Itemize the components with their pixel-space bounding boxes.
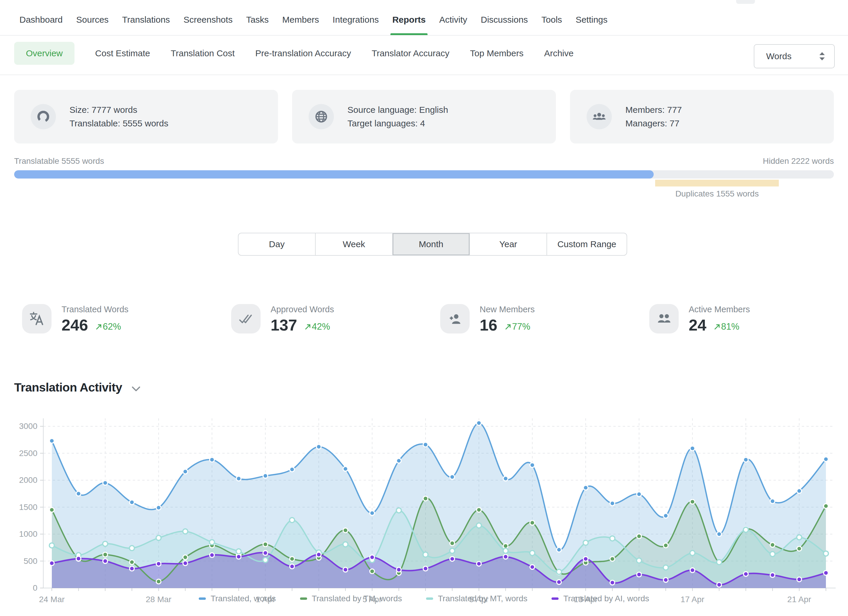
nav-item-tasks[interactable]: Tasks — [246, 12, 269, 35]
members-line: Members: 777 — [626, 103, 682, 117]
date-range-selector: DayWeekMonthYearCustom Range — [238, 233, 627, 256]
nav-item-translations[interactable]: Translations — [122, 12, 170, 35]
legend-label: Translated by MT, words — [438, 594, 527, 603]
unit-select[interactable]: Words — [754, 44, 835, 68]
translatable-progress-fill — [14, 170, 654, 178]
stat-delta: 77% — [504, 321, 530, 332]
legend-swatch — [551, 597, 559, 600]
range-option-week[interactable]: Week — [316, 233, 393, 255]
unit-select-value: Words — [766, 51, 818, 61]
legend-swatch — [300, 597, 307, 600]
range-option-month[interactable]: Month — [393, 233, 470, 255]
members-card: Members: 777 Managers: 77 — [570, 90, 834, 144]
summary-cards: Size: 7777 words Translatable: 5555 word… — [14, 90, 834, 144]
report-tab-archive[interactable]: Archive — [544, 48, 574, 58]
stat-card-new-members: New Members1677% — [440, 304, 535, 334]
legend-label: Translated by TM, words — [312, 594, 402, 603]
nav-item-reports[interactable]: Reports — [392, 12, 425, 35]
nav-item-members[interactable]: Members — [282, 12, 319, 35]
stat-value: 16 — [480, 317, 497, 333]
nav-divider — [0, 35, 848, 36]
chart-legend: Translated, wordsTranslated by TM, words… — [0, 594, 848, 603]
legend-item-translated-by-tm-words[interactable]: Translated by TM, words — [300, 594, 402, 603]
translatable-line: Translatable: 5555 words — [70, 117, 168, 130]
report-tab-overview[interactable]: Overview — [14, 42, 74, 65]
nav-item-sources[interactable]: Sources — [76, 12, 109, 35]
legend-swatch — [426, 597, 433, 600]
person-add-icon — [440, 304, 470, 334]
stat-card-approved-words: Approved Words13742% — [231, 304, 334, 334]
double-check-icon — [231, 304, 261, 334]
size-line: Size: 7777 words — [70, 103, 168, 117]
legend-label: Translated, words — [211, 594, 276, 603]
report-tab-translation-cost[interactable]: Translation Cost — [171, 48, 235, 58]
svg-text:2000: 2000 — [19, 475, 37, 485]
trend-up-icon — [504, 323, 512, 331]
nav-item-settings[interactable]: Settings — [576, 12, 608, 35]
range-option-year[interactable]: Year — [470, 233, 547, 255]
legend-item-translated-words[interactable]: Translated, words — [199, 594, 276, 603]
stat-card-translated-words: Translated Words24662% — [22, 304, 128, 334]
duplicates-bar — [655, 180, 779, 187]
trend-up-icon — [713, 323, 721, 331]
translate-icon — [22, 304, 52, 334]
section-title-row: Translation Activity — [14, 381, 141, 395]
range-option-day[interactable]: Day — [239, 233, 316, 255]
progress-ring-icon — [31, 104, 56, 129]
svg-text:1000: 1000 — [19, 529, 37, 539]
cut-off-widget — [736, 0, 755, 4]
target-languages-line: Target languages: 4 — [347, 117, 448, 130]
stat-value: 24 — [689, 317, 706, 333]
stat-label: Active Members — [689, 304, 750, 314]
legend-item-translated-by-ai-words[interactable]: Translated by AI, words — [551, 594, 649, 603]
reports-overview-page: DashboardSourcesTranslationsScreenshotsT… — [0, 0, 848, 616]
hidden-label: Hidden 2222 words — [763, 156, 834, 166]
nav-item-activity[interactable]: Activity — [439, 12, 467, 35]
tabs-divider — [0, 74, 848, 75]
svg-text:3000: 3000 — [19, 422, 37, 431]
duplicates-label: Duplicates 1555 words — [629, 189, 805, 199]
report-tab-pre-translation-accuracy[interactable]: Pre-translation Accuracy — [255, 48, 351, 58]
stat-delta: 62% — [95, 321, 121, 332]
members-icon — [587, 104, 612, 129]
managers-line: Managers: 77 — [626, 117, 682, 130]
stat-label: Approved Words — [271, 304, 334, 314]
stat-label: Translated Words — [62, 304, 128, 314]
progress-labels: Translatable 5555 words Hidden 2222 word… — [14, 156, 834, 166]
stat-card-active-members: Active Members2481% — [649, 304, 750, 334]
stat-value: 137 — [271, 317, 297, 333]
words-progress-bar — [14, 170, 834, 178]
globe-icon — [308, 104, 334, 129]
stat-label: New Members — [480, 304, 535, 314]
svg-text:0: 0 — [33, 583, 37, 592]
people-icon — [649, 304, 679, 334]
stat-value: 246 — [62, 317, 88, 333]
trend-up-icon — [95, 323, 103, 331]
report-tab-top-members[interactable]: Top Members — [470, 48, 523, 58]
report-tab-cost-estimate[interactable]: Cost Estimate — [95, 48, 150, 58]
svg-text:1500: 1500 — [19, 503, 37, 512]
legend-swatch — [199, 597, 206, 600]
range-option-custom-range[interactable]: Custom Range — [547, 233, 627, 255]
legend-label: Translated by AI, words — [563, 594, 649, 603]
svg-text:2500: 2500 — [19, 449, 37, 458]
translatable-label: Translatable 5555 words — [14, 156, 104, 166]
trend-up-icon — [304, 323, 312, 331]
stat-delta: 42% — [304, 321, 330, 332]
chevron-down-icon[interactable] — [132, 386, 141, 392]
project-size-card: Size: 7777 words Translatable: 5555 word… — [14, 90, 278, 144]
languages-card: Source language: English Target language… — [292, 90, 556, 144]
select-arrows-icon — [818, 51, 826, 61]
svg-text:500: 500 — [24, 557, 37, 566]
nav-item-screenshots[interactable]: Screenshots — [184, 12, 233, 35]
legend-item-translated-by-mt-words[interactable]: Translated by MT, words — [426, 594, 527, 603]
report-tab-translator-accuracy[interactable]: Translator Accuracy — [372, 48, 449, 58]
section-title: Translation Activity — [14, 381, 122, 395]
source-language-line: Source language: English — [347, 103, 448, 117]
nav-item-tools[interactable]: Tools — [541, 12, 562, 35]
stat-delta: 81% — [713, 321, 739, 332]
nav-item-integrations[interactable]: Integrations — [333, 12, 379, 35]
top-navigation: DashboardSourcesTranslationsScreenshotsT… — [19, 12, 608, 35]
nav-item-dashboard[interactable]: Dashboard — [19, 12, 63, 35]
nav-item-discussions[interactable]: Discussions — [481, 12, 528, 35]
